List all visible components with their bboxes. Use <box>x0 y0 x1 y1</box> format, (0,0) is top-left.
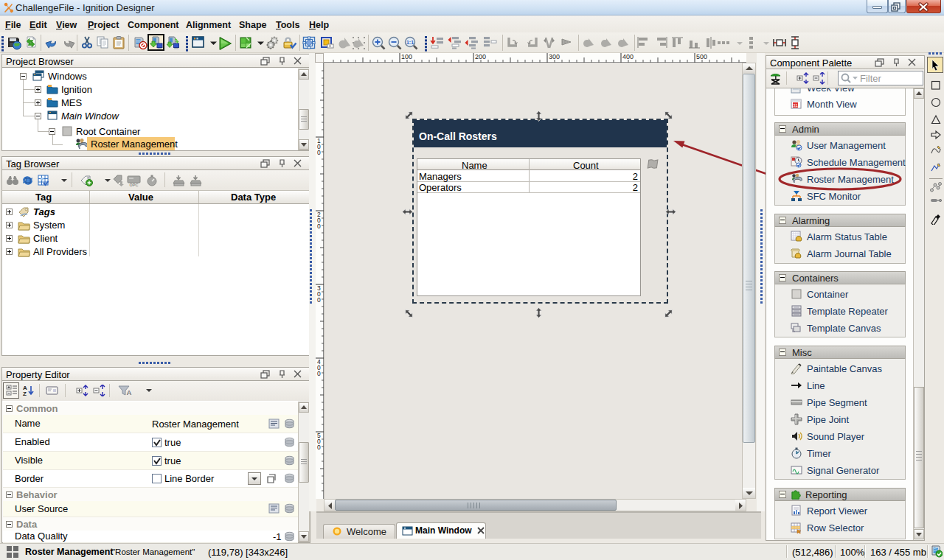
svg-text:0: 0 <box>317 296 321 304</box>
svg-text:0: 0 <box>317 149 321 156</box>
svg-text:Z: Z <box>23 391 27 396</box>
svg-text:0: 0 <box>317 370 321 377</box>
svg-text:A: A <box>127 389 131 396</box>
svg-text:500: 500 <box>696 53 707 60</box>
svg-text:400: 400 <box>622 53 634 60</box>
svg-text:0: 0 <box>317 223 321 230</box>
svg-text:0: 0 <box>317 444 321 451</box>
svg-text:100: 100 <box>401 53 412 60</box>
svg-text:200: 200 <box>475 53 486 60</box>
svg-text:1:1: 1:1 <box>406 40 414 45</box>
svg-text:OPC: OPC <box>130 183 139 187</box>
svg-text:300: 300 <box>549 53 560 60</box>
